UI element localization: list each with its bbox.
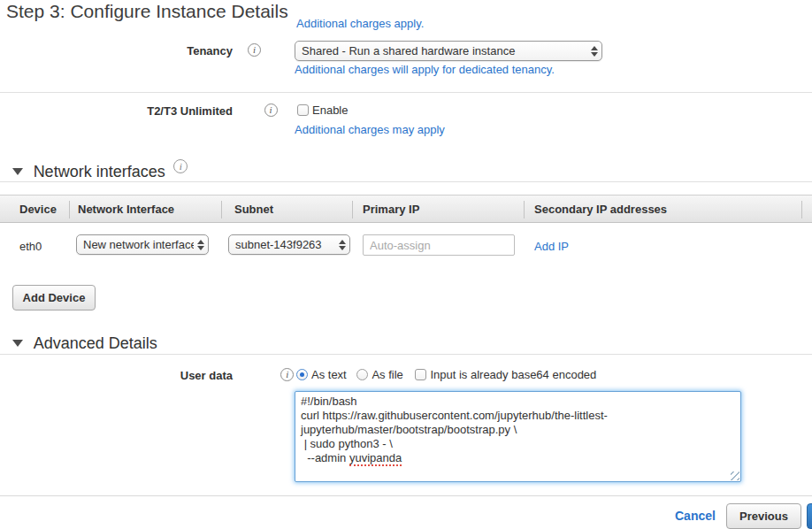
next-button-partial[interactable]	[807, 503, 812, 529]
section-divider	[0, 354, 812, 355]
network-interface-select[interactable]: New network interface	[76, 234, 209, 255]
column-separator	[524, 201, 525, 218]
add-ip-link[interactable]: Add IP	[534, 240, 569, 253]
tenancy-select-value: Shared - Run a shared hardware instance	[302, 44, 587, 58]
column-separator	[221, 201, 222, 218]
advanced-details-title: Advanced Details	[34, 334, 157, 352]
script-line: | sudo python3 - \	[301, 437, 735, 451]
footer-divider	[0, 495, 812, 496]
column-separator	[352, 201, 353, 218]
user-data-textarea[interactable]: #!/bin/bash curl https://raw.githubuserc…	[295, 391, 741, 482]
cancel-link[interactable]: Cancel	[675, 509, 716, 523]
subnet-select[interactable]: subnet-143f9263	[228, 234, 350, 255]
as-text-label: As text	[311, 368, 347, 381]
user-data-label: User data	[118, 369, 233, 382]
page-title: Step 3: Configure Instance Details	[6, 1, 288, 22]
tenancy-select[interactable]: Shared - Run a shared hardware instance	[295, 41, 602, 61]
textarea-resize-handle[interactable]	[731, 472, 739, 480]
device-cell: eth0	[19, 240, 42, 253]
network-table-header: Device Network Interface Subnet Primary …	[0, 195, 812, 223]
col-device: Device	[19, 203, 57, 216]
user-data-info-icon[interactable]	[280, 368, 294, 381]
user-data-mode-controls: As text As file Input is already base64 …	[296, 368, 596, 381]
select-stepper-icon	[197, 240, 204, 250]
network-interfaces-title: Network interfaces	[34, 163, 165, 180]
section-divider	[0, 181, 812, 182]
select-stepper-icon	[591, 46, 598, 57]
select-stepper-icon	[339, 240, 346, 250]
base64-checkbox-label: Input is already base64 encoded	[430, 368, 596, 381]
primary-ip-input[interactable]	[363, 234, 515, 256]
script-line: --admin yuvipanda	[301, 451, 735, 465]
add-device-button[interactable]: Add Device	[12, 285, 96, 310]
col-subnet: Subnet	[234, 203, 273, 216]
t2t3-label: T2/T3 Unlimited	[118, 104, 233, 118]
tenancy-info-icon[interactable]	[248, 43, 261, 57]
network-interface-select-value: New network interface	[83, 238, 194, 251]
misspelled-word: yuvipanda	[349, 451, 402, 466]
subnet-select-value: subnet-143f9263	[235, 238, 335, 251]
t2t3-enable-field: Enable	[297, 104, 348, 117]
configure-instance-page: { "header": { "title": "Step 3: Configur…	[0, 0, 812, 529]
collapse-caret-icon[interactable]	[12, 168, 23, 175]
script-line: jupyterhub/master/bootstrap/bootstrap.py…	[301, 423, 735, 437]
base64-checkbox[interactable]	[415, 369, 426, 380]
column-separator	[801, 201, 802, 218]
as-text-radio[interactable]	[296, 369, 308, 380]
col-secondary-ip: Secondary IP addresses	[534, 203, 667, 216]
network-interfaces-section-header[interactable]: Network interfaces	[12, 159, 188, 181]
tenancy-charges-link[interactable]: Additional charges will apply for dedica…	[295, 63, 555, 76]
as-file-label: As file	[372, 368, 402, 381]
script-line: #!/bin/bash	[301, 395, 735, 409]
tenancy-label: Tenancy	[118, 44, 233, 58]
column-separator	[69, 201, 70, 218]
advanced-details-section-header[interactable]: Advanced Details	[12, 334, 157, 353]
network-interfaces-info-icon[interactable]	[173, 159, 188, 173]
col-network-interface: Network Interface	[78, 203, 174, 216]
t2t3-charges-link[interactable]: Additional charges may apply	[295, 123, 445, 136]
enable-checkbox-label: Enable	[312, 104, 348, 117]
collapse-caret-icon[interactable]	[12, 340, 23, 347]
col-primary-ip: Primary IP	[363, 203, 419, 216]
enable-checkbox[interactable]	[297, 104, 309, 116]
divider	[0, 92, 812, 93]
as-file-radio[interactable]	[356, 369, 368, 380]
script-line: curl https://raw.githubusercontent.com/j…	[301, 409, 735, 423]
t2t3-info-icon[interactable]	[264, 104, 278, 117]
previous-button[interactable]: Previous	[726, 503, 801, 529]
